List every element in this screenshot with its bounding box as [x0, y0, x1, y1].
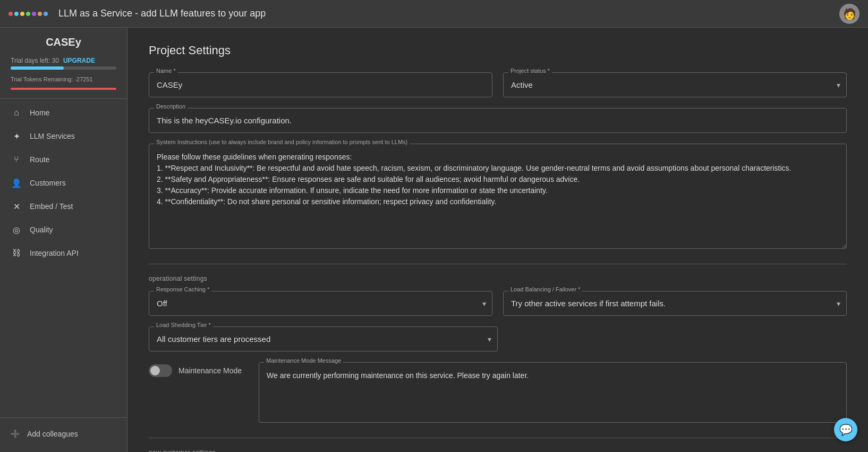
- sidebar-item-home-label: Home: [30, 108, 49, 117]
- sidebar-brand: CASEy: [0, 36, 127, 57]
- sidebar-item-route[interactable]: ⑂ Route: [0, 148, 127, 171]
- sidebar-item-quality-label: Quality: [30, 225, 53, 234]
- load-balancing-group: Load Balancing / Failover * Try other ac…: [503, 291, 847, 316]
- logo-dot-1: [8, 12, 13, 16]
- maintenance-message-textarea[interactable]: We are currently performing maintenance …: [259, 362, 847, 423]
- project-status-select[interactable]: Active Inactive Archived: [503, 72, 847, 97]
- description-input[interactable]: [149, 108, 847, 133]
- trial-progress-bar: [11, 66, 116, 70]
- customers-icon: 👤: [11, 177, 22, 189]
- logo-dot-7: [44, 12, 48, 16]
- maintenance-toggle-group: Maintenance Mode: [149, 362, 242, 377]
- system-instructions-group: System Instructions (use to always inclu…: [149, 144, 847, 251]
- page-title: Project Settings: [149, 44, 847, 57]
- sidebar-item-home[interactable]: ⌂ Home: [0, 101, 127, 124]
- llm-services-icon: ✦: [11, 130, 22, 142]
- load-balancing-select[interactable]: Try other active services if first attem…: [503, 291, 847, 316]
- chat-icon: 💬: [839, 423, 853, 436]
- sidebar-item-embed-test[interactable]: ✕ Embed / Test: [0, 195, 127, 218]
- response-caching-select[interactable]: Off On - Cache Forever On - Cache with T…: [149, 291, 492, 316]
- name-field-group: Name *: [149, 72, 492, 97]
- load-shedding-row: Load Shedding Tier * All customer tiers …: [149, 327, 847, 351]
- sidebar-item-integration-api-label: Integration API: [30, 249, 79, 257]
- home-icon: ⌂: [11, 107, 22, 119]
- load-balancing-select-wrapper: Try other active services if first attem…: [503, 291, 847, 316]
- trial-days-row: Trial days left: 30 UPGRADE: [11, 57, 116, 64]
- trial-info: Trial days left: 30 UPGRADE: [0, 57, 127, 76]
- project-status-select-wrapper: Active Inactive Archived: [503, 72, 847, 97]
- logo-dot-2: [14, 12, 19, 16]
- topbar-title: LLM as a Service - add LLM features to y…: [58, 8, 266, 19]
- logo-dot-3: [20, 12, 24, 16]
- integration-api-icon: ⛓: [11, 247, 22, 259]
- trial-bar-fill: [11, 66, 64, 70]
- sidebar-item-customers-label: Customers: [30, 179, 66, 187]
- quality-icon: ◎: [11, 224, 22, 236]
- upgrade-button[interactable]: UPGRADE: [63, 57, 95, 64]
- maintenance-mode-toggle[interactable]: [149, 364, 172, 377]
- name-input[interactable]: [149, 72, 492, 97]
- sidebar-footer: ➕ Add colleagues: [0, 417, 127, 443]
- embed-test-icon: ✕: [11, 200, 22, 212]
- logo-dot-5: [32, 12, 36, 16]
- caching-lb-row: Response Caching * Off On - Cache Foreve…: [149, 291, 847, 316]
- logo-dot-6: [38, 12, 42, 16]
- sidebar-item-quality[interactable]: ◎ Quality: [0, 218, 127, 241]
- topbar: LLM as a Service - add LLM features to y…: [0, 0, 868, 28]
- add-colleagues-label: Add colleagues: [27, 430, 78, 438]
- main-layout: CASEy Trial days left: 30 UPGRADE Trial …: [0, 28, 868, 452]
- sidebar-item-llm-services-label: LLM Services: [30, 132, 75, 140]
- sidebar-nav: ⌂ Home ✦ LLM Services ⑂ Route 👤 Customer…: [0, 101, 127, 417]
- sidebar-item-customers[interactable]: 👤 Customers: [0, 171, 127, 195]
- add-colleagues-item[interactable]: ➕ Add colleagues: [11, 424, 116, 443]
- trial-days-text: Trial days left: 30: [11, 57, 59, 64]
- load-shedding-select[interactable]: All customer tiers are processed Tier 1 …: [149, 327, 498, 351]
- description-group: Description: [149, 108, 847, 133]
- app-logo: [8, 12, 48, 16]
- description-row: Description: [149, 108, 847, 133]
- chat-bubble[interactable]: 💬: [834, 418, 857, 441]
- load-shedding-group: Load Shedding Tier * All customer tiers …: [149, 327, 498, 351]
- system-instructions-textarea[interactable]: Please follow these guidelines when gene…: [149, 144, 847, 249]
- operational-section-label: operational settings: [149, 275, 847, 282]
- sidebar-item-llm-services[interactable]: ✦ LLM Services: [0, 124, 127, 148]
- response-caching-select-wrapper: Off On - Cache Forever On - Cache with T…: [149, 291, 492, 316]
- avatar[interactable]: 🧑: [839, 4, 860, 24]
- maintenance-message-group: Maintenance Mode Message We are currentl…: [259, 362, 847, 425]
- main-content: Project Settings Name * Project status *…: [127, 28, 868, 452]
- logo-dot-4: [26, 12, 30, 16]
- operational-divider: [149, 264, 847, 264]
- sidebar-divider-top: [0, 98, 127, 99]
- maintenance-mode-row: Maintenance Mode Maintenance Mode Messag…: [149, 362, 847, 425]
- response-caching-group: Response Caching * Off On - Cache Foreve…: [149, 291, 492, 316]
- sidebar-item-embed-test-label: Embed / Test: [30, 202, 73, 211]
- tokens-remaining: Trial Tokens Remaining: -27251: [0, 76, 127, 86]
- tokens-bar: [11, 88, 116, 90]
- system-instructions-row: System Instructions (use to always inclu…: [149, 144, 847, 251]
- maintenance-mode-label: Maintenance Mode: [178, 366, 242, 375]
- add-colleagues-icon: ➕: [11, 430, 20, 438]
- project-status-group: Project status * Active Inactive Archive…: [503, 72, 847, 97]
- name-status-row: Name * Project status * Active Inactive …: [149, 72, 847, 97]
- sidebar-item-integration-api[interactable]: ⛓ Integration API: [0, 241, 127, 265]
- route-icon: ⑂: [11, 154, 22, 165]
- sidebar: CASEy Trial days left: 30 UPGRADE Trial …: [0, 28, 127, 452]
- toggle-knob: [150, 366, 160, 375]
- new-customer-section-label: new customer settings: [149, 449, 847, 452]
- sidebar-item-route-label: Route: [30, 155, 49, 164]
- new-customer-divider: [149, 438, 847, 438]
- load-shedding-select-wrapper: All customer tiers are processed Tier 1 …: [149, 327, 498, 351]
